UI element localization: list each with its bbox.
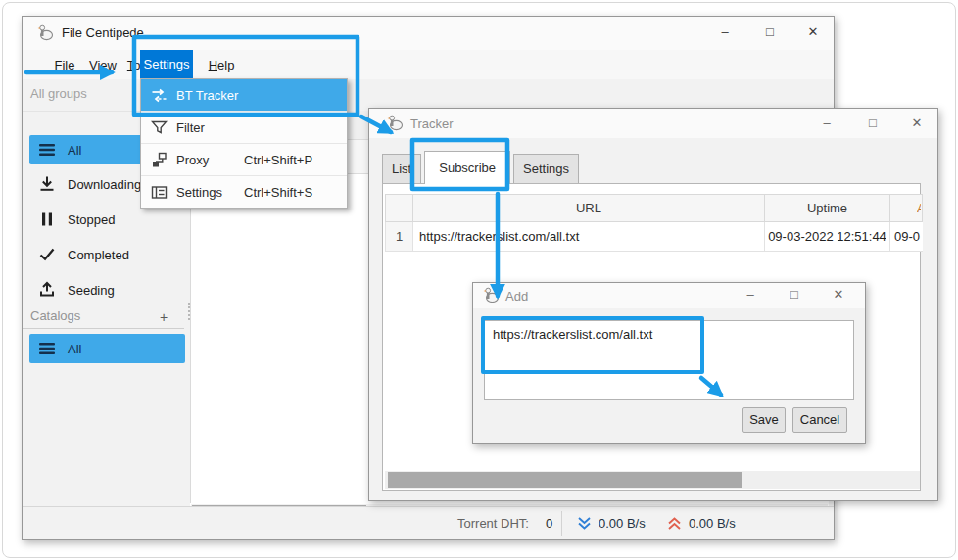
table-hscrollbar[interactable] bbox=[385, 471, 920, 489]
catalog-item-all[interactable]: All bbox=[29, 334, 185, 363]
tracker-tabbar: List Subscribe Settings bbox=[382, 150, 582, 183]
tracker-titlebar[interactable]: Tracker – □ ✕ bbox=[369, 109, 937, 138]
sidebar-item-label: Completed bbox=[68, 248, 129, 262]
settings-form-icon bbox=[151, 184, 168, 201]
maximize-icon[interactable]: □ bbox=[858, 113, 887, 134]
close-icon[interactable]: ✕ bbox=[798, 22, 828, 43]
menu-icon bbox=[38, 141, 56, 159]
app-logo-goose-icon bbox=[483, 287, 500, 303]
menu-item-label: Filter bbox=[176, 120, 205, 135]
status-separator bbox=[561, 511, 562, 536]
menu-item-settings[interactable]: Settings Ctrl+Shift+S bbox=[141, 176, 347, 208]
app-logo-goose-icon bbox=[37, 24, 54, 41]
tab-list[interactable]: List bbox=[382, 154, 421, 183]
menu-file[interactable]: File bbox=[46, 53, 83, 77]
sidebar-item-seeding[interactable]: Seeding bbox=[29, 275, 185, 304]
sidebar-item-label: Stopped bbox=[68, 212, 115, 227]
menu-view[interactable]: View bbox=[81, 53, 124, 77]
all-groups-label[interactable]: All groups bbox=[30, 86, 87, 101]
check-icon bbox=[38, 246, 56, 263]
minimize-icon[interactable]: – bbox=[739, 285, 762, 304]
menu-help[interactable]: Help bbox=[201, 53, 242, 77]
pause-icon bbox=[38, 210, 56, 228]
row-number-cell: 1 bbox=[386, 222, 413, 252]
menu-item-label: Settings bbox=[176, 185, 222, 200]
catalogs-label: Catalogs bbox=[30, 308, 80, 323]
url-column-header[interactable]: URL bbox=[413, 195, 765, 222]
catalog-item-label: All bbox=[68, 342, 81, 356]
minimize-icon[interactable]: – bbox=[710, 22, 740, 43]
upload-speed-icon bbox=[667, 516, 682, 531]
table-header-row: URL Uptime A bbox=[386, 195, 923, 222]
table-row[interactable]: 1 https://trackerslist.com/all.txt 09-03… bbox=[386, 222, 923, 252]
uptime-column-header[interactable]: Uptime bbox=[765, 195, 890, 222]
tracker-window-title: Tracker bbox=[410, 117, 454, 131]
clipped-column-header[interactable]: A bbox=[890, 195, 923, 222]
url-cell: https://trackerslist.com/all.txt bbox=[413, 222, 765, 252]
main-titlebar[interactable]: File Centipede – □ ✕ bbox=[23, 17, 834, 50]
tab-settings[interactable]: Settings bbox=[513, 154, 579, 183]
subscription-table: URL Uptime A 1 https://trackerslist.com/… bbox=[385, 194, 923, 252]
minimize-icon[interactable]: – bbox=[812, 113, 841, 134]
menu-settings[interactable]: Settings bbox=[140, 50, 193, 79]
table-hscrollbar-thumb[interactable] bbox=[388, 472, 742, 488]
tracker-shuffle-icon bbox=[151, 87, 168, 104]
screenshot-root: File Centipede – □ ✕ File View Tools Set… bbox=[0, 0, 958, 560]
row-number-header[interactable] bbox=[386, 195, 413, 222]
window-title: File Centipede bbox=[62, 25, 144, 40]
filter-icon bbox=[151, 119, 168, 136]
download-icon bbox=[38, 175, 56, 193]
catalogs-header: Catalogs + bbox=[23, 306, 184, 329]
torrent-dht-value: 0 bbox=[546, 514, 552, 534]
menu-item-bt-tracker[interactable]: BT Tracker bbox=[141, 79, 347, 112]
splitter-handle[interactable] bbox=[188, 303, 190, 320]
sidebar-item-stopped[interactable]: Stopped bbox=[29, 205, 185, 234]
tab-subscribe[interactable]: Subscribe bbox=[424, 151, 510, 184]
upload-speed-value: 0.00 B/s bbox=[689, 514, 736, 534]
close-icon[interactable]: ✕ bbox=[902, 113, 932, 134]
sidebar-item-label: All bbox=[68, 143, 81, 158]
menu-item-label: Proxy bbox=[176, 153, 209, 167]
maximize-icon[interactable]: □ bbox=[783, 285, 806, 304]
download-speed-value: 0.00 B/s bbox=[599, 514, 646, 534]
upload-icon bbox=[38, 281, 56, 299]
close-icon[interactable]: ✕ bbox=[827, 285, 850, 304]
menu-bar: File View Tools Settings Help bbox=[23, 50, 834, 79]
add-dialog-title: Add bbox=[505, 289, 528, 303]
add-catalog-button[interactable]: + bbox=[160, 309, 168, 325]
settings-dropdown-menu: BT Tracker Filter Proxy Ctrl+Shift+P Set… bbox=[140, 78, 348, 209]
clipped-column-header-fragment: A bbox=[917, 201, 921, 213]
menu-item-shortcut: Ctrl+Shift+P bbox=[244, 153, 312, 167]
menu-item-label: BT Tracker bbox=[176, 88, 238, 103]
save-button[interactable]: Save bbox=[742, 407, 786, 433]
maximize-icon[interactable]: □ bbox=[755, 22, 785, 43]
torrent-dht-label: Torrent DHT: bbox=[457, 514, 529, 534]
add-dialog: Add – □ ✕ https://trackerslist.com/all.t… bbox=[472, 282, 866, 444]
menu-item-shortcut: Ctrl+Shift+S bbox=[244, 185, 312, 200]
add-dialog-titlebar[interactable]: Add – □ ✕ bbox=[473, 283, 865, 308]
proxy-network-icon bbox=[151, 152, 168, 168]
download-speed-icon bbox=[577, 516, 592, 531]
app-logo-goose-icon bbox=[387, 115, 404, 131]
cancel-button[interactable]: Cancel bbox=[792, 407, 847, 433]
sidebar-item-completed[interactable]: Completed bbox=[29, 240, 185, 269]
menu-item-proxy[interactable]: Proxy Ctrl+Shift+P bbox=[141, 144, 347, 176]
sidebar-item-label: Downloading bbox=[68, 177, 141, 192]
menu-icon bbox=[38, 340, 56, 357]
tracker-url-input[interactable]: https://trackerslist.com/all.txt bbox=[484, 320, 854, 400]
sidebar-item-label: Seeding bbox=[68, 283, 115, 298]
uptime-cell: 09-03-2022 12:51:44 bbox=[765, 222, 890, 252]
menu-item-filter[interactable]: Filter bbox=[141, 112, 347, 144]
status-bar: Torrent DHT: 0 0.00 B/s 0.00 B/s bbox=[23, 506, 834, 539]
clipped-cell: 09-0 bbox=[890, 222, 923, 252]
